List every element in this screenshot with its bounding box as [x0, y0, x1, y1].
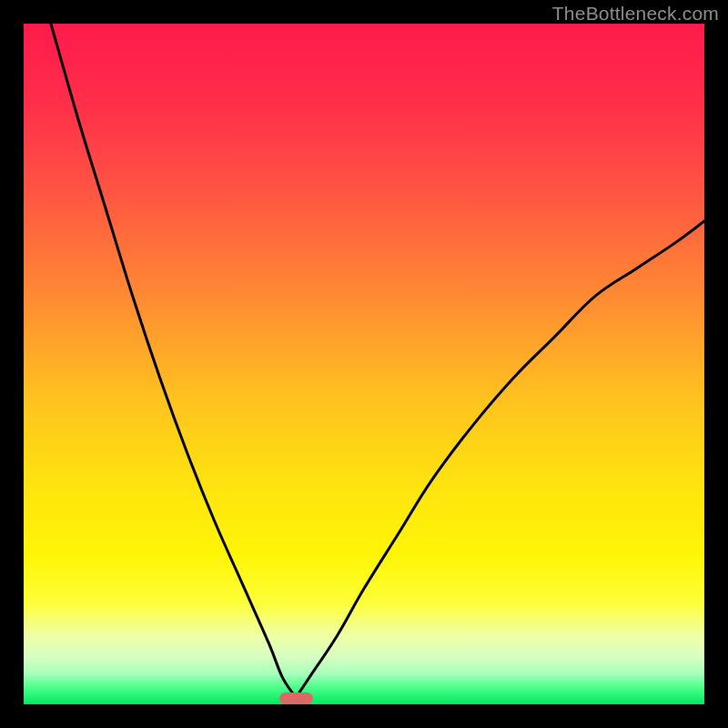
- chart-frame: [24, 24, 704, 704]
- watermark-text: TheBottleneck.com: [552, 3, 719, 25]
- bottleneck-curve: [24, 24, 704, 704]
- optimum-marker: [279, 693, 313, 704]
